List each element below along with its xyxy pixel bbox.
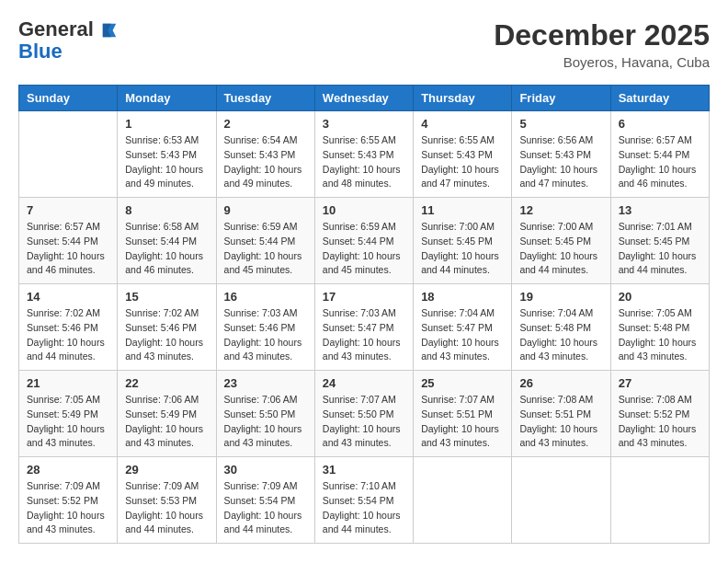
logo-general-text: General <box>18 17 94 40</box>
calendar-cell: 26Sunrise: 7:08 AMSunset: 5:51 PMDayligh… <box>512 371 610 457</box>
day-info: Sunrise: 7:03 AMSunset: 5:46 PMDaylight:… <box>224 306 307 364</box>
calendar-cell: 29Sunrise: 7:09 AMSunset: 5:53 PMDayligh… <box>118 457 216 544</box>
weekday-header-thursday: Thursday <box>414 86 512 111</box>
day-info: Sunrise: 6:59 AMSunset: 5:44 PMDaylight:… <box>224 220 307 278</box>
day-number: 31 <box>323 463 405 477</box>
weekday-header-row: SundayMondayTuesdayWednesdayThursdayFrid… <box>19 86 710 111</box>
day-number: 14 <box>27 290 109 304</box>
day-info: Sunrise: 7:04 AMSunset: 5:47 PMDaylight:… <box>421 306 504 364</box>
calendar-cell: 11Sunrise: 7:00 AMSunset: 5:45 PMDayligh… <box>414 198 512 284</box>
calendar-cell: 1Sunrise: 6:53 AMSunset: 5:43 PMDaylight… <box>118 111 216 198</box>
day-info: Sunrise: 7:03 AMSunset: 5:47 PMDaylight:… <box>323 306 405 364</box>
logo: General Blue <box>18 18 118 63</box>
day-info: Sunrise: 7:00 AMSunset: 5:45 PMDaylight:… <box>421 220 504 278</box>
calendar-cell: 23Sunrise: 7:06 AMSunset: 5:50 PMDayligh… <box>216 371 314 457</box>
calendar-cell: 17Sunrise: 7:03 AMSunset: 5:47 PMDayligh… <box>314 284 413 371</box>
calendar-cell: 25Sunrise: 7:07 AMSunset: 5:51 PMDayligh… <box>414 371 512 457</box>
title-block: December 2025 Boyeros, Havana, Cuba <box>494 18 710 70</box>
day-info: Sunrise: 7:06 AMSunset: 5:50 PMDaylight:… <box>224 393 307 451</box>
day-number: 27 <box>619 376 701 390</box>
calendar-cell: 24Sunrise: 7:07 AMSunset: 5:50 PMDayligh… <box>314 371 413 457</box>
day-info: Sunrise: 7:02 AMSunset: 5:46 PMDaylight:… <box>27 306 109 364</box>
day-info: Sunrise: 6:59 AMSunset: 5:44 PMDaylight:… <box>323 220 405 278</box>
day-info: Sunrise: 7:05 AMSunset: 5:48 PMDaylight:… <box>619 306 701 364</box>
calendar-week-row: 1Sunrise: 6:53 AMSunset: 5:43 PMDaylight… <box>19 111 710 198</box>
calendar-cell: 9Sunrise: 6:59 AMSunset: 5:44 PMDaylight… <box>216 198 314 284</box>
calendar-cell: 10Sunrise: 6:59 AMSunset: 5:44 PMDayligh… <box>314 198 413 284</box>
day-info: Sunrise: 7:07 AMSunset: 5:51 PMDaylight:… <box>421 393 504 451</box>
weekday-header-sunday: Sunday <box>19 86 118 111</box>
day-info: Sunrise: 6:54 AMSunset: 5:43 PMDaylight:… <box>224 133 307 191</box>
day-number: 13 <box>619 203 701 217</box>
day-info: Sunrise: 7:08 AMSunset: 5:52 PMDaylight:… <box>619 393 701 451</box>
day-info: Sunrise: 6:57 AMSunset: 5:44 PMDaylight:… <box>619 133 701 191</box>
day-info: Sunrise: 7:10 AMSunset: 5:54 PMDaylight:… <box>323 479 405 537</box>
day-info: Sunrise: 7:09 AMSunset: 5:52 PMDaylight:… <box>27 479 109 537</box>
calendar-cell <box>19 111 118 198</box>
calendar-cell: 30Sunrise: 7:09 AMSunset: 5:54 PMDayligh… <box>216 457 314 544</box>
calendar-cell: 19Sunrise: 7:04 AMSunset: 5:48 PMDayligh… <box>512 284 610 371</box>
calendar-cell: 22Sunrise: 7:06 AMSunset: 5:49 PMDayligh… <box>118 371 216 457</box>
calendar-cell: 14Sunrise: 7:02 AMSunset: 5:46 PMDayligh… <box>19 284 118 371</box>
calendar-cell: 31Sunrise: 7:10 AMSunset: 5:54 PMDayligh… <box>314 457 413 544</box>
calendar-cell <box>512 457 610 544</box>
day-info: Sunrise: 7:01 AMSunset: 5:45 PMDaylight:… <box>619 220 701 278</box>
day-number: 20 <box>619 290 701 304</box>
day-info: Sunrise: 6:53 AMSunset: 5:43 PMDaylight:… <box>125 133 208 191</box>
calendar-cell: 28Sunrise: 7:09 AMSunset: 5:52 PMDayligh… <box>19 457 118 544</box>
day-info: Sunrise: 6:55 AMSunset: 5:43 PMDaylight:… <box>323 133 405 191</box>
calendar-cell <box>414 457 512 544</box>
calendar-cell: 13Sunrise: 7:01 AMSunset: 5:45 PMDayligh… <box>610 198 709 284</box>
day-info: Sunrise: 7:08 AMSunset: 5:51 PMDaylight:… <box>519 393 602 451</box>
calendar-cell: 27Sunrise: 7:08 AMSunset: 5:52 PMDayligh… <box>610 371 709 457</box>
day-number: 12 <box>519 203 602 217</box>
day-number: 18 <box>421 290 504 304</box>
day-info: Sunrise: 7:05 AMSunset: 5:49 PMDaylight:… <box>27 393 109 451</box>
weekday-header-tuesday: Tuesday <box>216 86 314 111</box>
calendar-cell: 4Sunrise: 6:55 AMSunset: 5:43 PMDaylight… <box>414 111 512 198</box>
day-info: Sunrise: 7:04 AMSunset: 5:48 PMDaylight:… <box>519 306 602 364</box>
day-number: 11 <box>421 203 504 217</box>
calendar-cell: 6Sunrise: 6:57 AMSunset: 5:44 PMDaylight… <box>610 111 709 198</box>
day-info: Sunrise: 7:07 AMSunset: 5:50 PMDaylight:… <box>323 393 405 451</box>
day-number: 8 <box>125 203 208 217</box>
day-info: Sunrise: 6:58 AMSunset: 5:44 PMDaylight:… <box>125 220 208 278</box>
page-header: General Blue December 2025 Boyeros, Hava… <box>18 18 710 70</box>
day-number: 7 <box>27 203 109 217</box>
day-number: 15 <box>125 290 208 304</box>
calendar-week-row: 21Sunrise: 7:05 AMSunset: 5:49 PMDayligh… <box>19 371 710 457</box>
day-info: Sunrise: 7:02 AMSunset: 5:46 PMDaylight:… <box>125 306 208 364</box>
logo-general: General <box>18 18 118 40</box>
day-info: Sunrise: 6:55 AMSunset: 5:43 PMDaylight:… <box>421 133 504 191</box>
logo-blue-text: Blue <box>18 40 63 63</box>
day-info: Sunrise: 7:09 AMSunset: 5:53 PMDaylight:… <box>125 479 208 537</box>
day-info: Sunrise: 6:56 AMSunset: 5:43 PMDaylight:… <box>519 133 602 191</box>
day-number: 23 <box>224 376 307 390</box>
weekday-header-monday: Monday <box>118 86 216 111</box>
day-number: 9 <box>224 203 307 217</box>
calendar-cell: 16Sunrise: 7:03 AMSunset: 5:46 PMDayligh… <box>216 284 314 371</box>
day-number: 19 <box>519 290 602 304</box>
day-number: 17 <box>323 290 405 304</box>
calendar-table: SundayMondayTuesdayWednesdayThursdayFrid… <box>18 85 710 544</box>
day-number: 22 <box>125 376 208 390</box>
calendar-cell: 21Sunrise: 7:05 AMSunset: 5:49 PMDayligh… <box>19 371 118 457</box>
day-number: 26 <box>519 376 602 390</box>
day-number: 30 <box>224 463 307 477</box>
day-info: Sunrise: 7:09 AMSunset: 5:54 PMDaylight:… <box>224 479 307 537</box>
calendar-cell: 18Sunrise: 7:04 AMSunset: 5:47 PMDayligh… <box>414 284 512 371</box>
day-number: 21 <box>27 376 109 390</box>
calendar-week-row: 7Sunrise: 6:57 AMSunset: 5:44 PMDaylight… <box>19 198 710 284</box>
day-number: 6 <box>619 117 701 131</box>
day-number: 10 <box>323 203 405 217</box>
calendar-cell: 5Sunrise: 6:56 AMSunset: 5:43 PMDaylight… <box>512 111 610 198</box>
month-title: December 2025 <box>494 18 710 52</box>
calendar-cell <box>610 457 709 544</box>
day-number: 5 <box>519 117 602 131</box>
weekday-header-friday: Friday <box>512 86 610 111</box>
day-number: 25 <box>421 376 504 390</box>
day-number: 29 <box>125 463 208 477</box>
day-number: 24 <box>323 376 405 390</box>
weekday-header-wednesday: Wednesday <box>314 86 413 111</box>
day-number: 3 <box>323 117 405 131</box>
